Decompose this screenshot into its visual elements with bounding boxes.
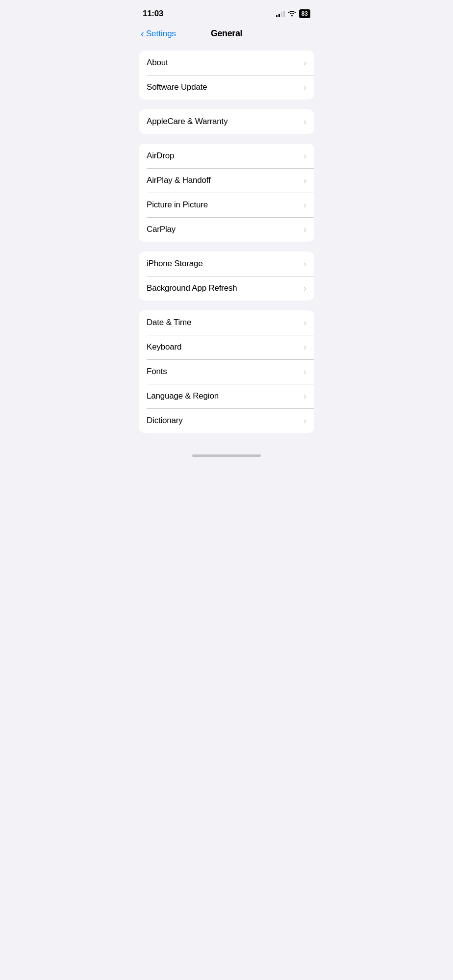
settings-row-label-software-update: Software Update (147, 82, 207, 92)
settings-row-software-update[interactable]: Software Update › (139, 75, 314, 100)
battery-level: 83 (302, 10, 308, 17)
settings-row-date-time[interactable]: Date & Time › (139, 310, 314, 335)
chevron-icon-keyboard: › (303, 342, 306, 352)
chevron-icon-carplay: › (303, 225, 306, 235)
settings-row-airplay-handoff[interactable]: AirPlay & Handoff › (139, 168, 314, 193)
settings-row-label-applecare: AppleCare & Warranty (147, 117, 227, 126)
section-regional: Date & Time › Keyboard › Fonts › Languag… (139, 310, 314, 433)
settings-row-label-background-app-refresh: Background App Refresh (147, 283, 237, 293)
status-time: 11:03 (143, 9, 163, 19)
chevron-icon-fonts: › (303, 367, 306, 377)
section-about: About › Software Update › (139, 50, 314, 100)
section-storage: iPhone Storage › Background App Refresh … (139, 251, 314, 301)
chevron-icon-language-region: › (303, 391, 306, 402)
settings-row-label-picture-in-picture: Picture in Picture (147, 200, 208, 210)
chevron-icon-date-time: › (303, 318, 306, 328)
home-indicator (131, 449, 322, 461)
settings-row-label-carplay: CarPlay (147, 225, 176, 234)
status-icons: 83 (276, 9, 310, 18)
chevron-icon-applecare: › (303, 117, 306, 127)
back-label: Settings (146, 29, 176, 39)
settings-row-label-about: About (147, 58, 168, 68)
back-button[interactable]: ‹ Settings (141, 28, 176, 39)
chevron-icon-about: › (303, 58, 306, 68)
settings-row-keyboard[interactable]: Keyboard › (139, 335, 314, 359)
settings-row-about[interactable]: About › (139, 50, 314, 75)
wifi-icon (288, 10, 296, 18)
settings-row-label-keyboard: Keyboard (147, 342, 181, 352)
section-applecare: AppleCare & Warranty › (139, 109, 314, 134)
settings-row-fonts[interactable]: Fonts › (139, 359, 314, 384)
settings-content: About › Software Update › AppleCare & Wa… (131, 45, 322, 449)
settings-row-label-date-time: Date & Time (147, 318, 191, 327)
settings-row-language-region[interactable]: Language & Region › (139, 384, 314, 408)
chevron-icon-picture-in-picture: › (303, 200, 306, 210)
chevron-icon-dictionary: › (303, 416, 306, 426)
navigation-bar: ‹ Settings General (131, 25, 322, 45)
chevron-icon-airdrop: › (303, 151, 306, 161)
chevron-icon-background-app-refresh: › (303, 283, 306, 294)
settings-row-dictionary[interactable]: Dictionary › (139, 408, 314, 433)
settings-row-label-airplay-handoff: AirPlay & Handoff (147, 176, 210, 185)
settings-row-label-dictionary: Dictionary (147, 416, 183, 426)
back-chevron-icon: ‹ (141, 28, 144, 39)
chevron-icon-iphone-storage: › (303, 259, 306, 269)
settings-row-label-language-region: Language & Region (147, 391, 219, 401)
settings-row-background-app-refresh[interactable]: Background App Refresh › (139, 276, 314, 301)
signal-icon (276, 10, 285, 17)
settings-row-label-fonts: Fonts (147, 367, 167, 377)
home-indicator-bar (192, 454, 261, 457)
page-title: General (211, 28, 242, 39)
battery-icon: 83 (299, 9, 310, 18)
status-bar: 11:03 83 (131, 0, 322, 25)
chevron-icon-software-update: › (303, 82, 306, 93)
settings-row-label-iphone-storage: iPhone Storage (147, 259, 202, 269)
settings-row-airdrop[interactable]: AirDrop › (139, 144, 314, 168)
settings-row-applecare[interactable]: AppleCare & Warranty › (139, 109, 314, 134)
settings-row-iphone-storage[interactable]: iPhone Storage › (139, 251, 314, 276)
settings-row-label-airdrop: AirDrop (147, 151, 174, 161)
section-connectivity: AirDrop › AirPlay & Handoff › Picture in… (139, 144, 314, 242)
chevron-icon-airplay-handoff: › (303, 176, 306, 186)
settings-row-carplay[interactable]: CarPlay › (139, 217, 314, 242)
settings-row-picture-in-picture[interactable]: Picture in Picture › (139, 193, 314, 217)
